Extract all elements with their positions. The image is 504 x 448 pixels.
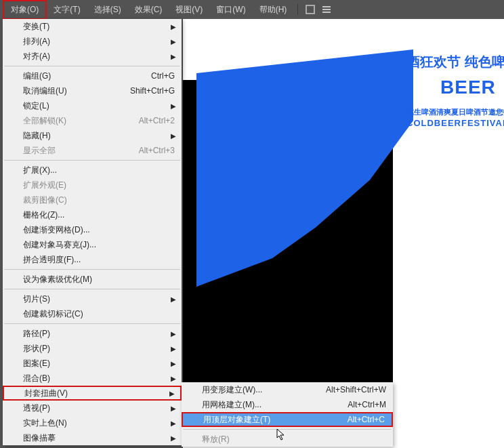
- menu-item-label: 变换(T): [23, 21, 175, 33]
- submenu-item-shortcut: Alt+Ctrl+M: [318, 400, 386, 409]
- menu-item: 全部解锁(K)Alt+Ctrl+2: [3, 113, 182, 128]
- menu-item[interactable]: 切片(S)▶: [3, 291, 182, 306]
- menu-item[interactable]: 设为像素级优化(M): [3, 272, 182, 287]
- submenu-item-shortcut: Alt+Ctrl+C: [317, 415, 385, 424]
- submenu-arrow-icon: ▶: [171, 405, 176, 412]
- menu-item[interactable]: 实时上色(N)▶: [3, 415, 182, 430]
- menu-item-label: 创建裁切标记(C): [23, 308, 175, 320]
- submenu-arrow-icon: ▶: [171, 434, 176, 442]
- artwork-text: 纯生啤酒清爽夏日啤酒节邀您畅饮: [406, 107, 504, 117]
- menu-select[interactable]: 选择(S): [87, 1, 128, 18]
- menu-item-label: 图案(E): [23, 358, 175, 369]
- menu-item: 裁剪图像(C): [3, 192, 182, 207]
- menu-item[interactable]: 排列(A)▶: [3, 34, 182, 49]
- submenu-arrow-icon: ▶: [171, 38, 176, 45]
- menu-divider: [4, 160, 180, 161]
- submenu-arrow-icon: ▶: [171, 53, 176, 60]
- submenu-item[interactable]: 用网格建立(M)...Alt+Ctrl+M: [182, 397, 393, 412]
- menu-item[interactable]: 创建渐变网格(D)...: [3, 222, 182, 237]
- artwork-text: BEER: [440, 77, 496, 98]
- menu-item-label: 创建对象马赛克(J)...: [23, 239, 175, 251]
- menu-item-label: 路径(P): [23, 328, 175, 340]
- menu-item-label: 取消编组(U): [23, 85, 80, 97]
- tool-rect-icon[interactable]: [305, 4, 316, 15]
- menu-divider: [4, 66, 180, 66]
- menu-divider: [4, 323, 180, 324]
- submenu-arrow-icon: ▶: [169, 390, 175, 397]
- menu-item[interactable]: 形状(P)▶: [3, 341, 182, 356]
- submenu-arrow-icon: ▶: [171, 23, 176, 30]
- menu-item-label: 设为像素级优化(M): [23, 274, 175, 285]
- submenu-item-label: 用变形建立(W)...: [202, 384, 291, 396]
- menubar: 对象(O) 文字(T) 选择(S) 效果(C) 视图(V) 窗口(W) 帮助(H…: [0, 0, 504, 19]
- object-menu-dropdown: 变换(T)▶排列(A)▶对齐(A)▶编组(G)Ctrl+G取消编组(U)Shif…: [3, 19, 182, 445]
- menu-divider: [183, 429, 392, 430]
- submenu-item[interactable]: 用变形建立(W)...Alt+Shift+Ctrl+W: [182, 382, 393, 397]
- submenu-arrow-icon: ▶: [171, 420, 176, 427]
- menu-item[interactable]: 变换(T)▶: [3, 19, 182, 34]
- menu-window[interactable]: 窗口(W): [209, 1, 252, 18]
- menu-item[interactable]: 拼合透明度(F)...: [3, 252, 182, 267]
- menu-item[interactable]: 混合(B)▶: [3, 371, 182, 386]
- menu-help[interactable]: 帮助(H): [253, 1, 294, 18]
- menu-item-label: 封套扭曲(V): [24, 388, 173, 399]
- menu-item-label: 显示全部: [23, 145, 80, 157]
- svg-rect-0: [306, 5, 314, 14]
- submenu-arrow-icon: ▶: [171, 296, 176, 303]
- menu-divider: [4, 269, 180, 270]
- cursor-icon: [276, 428, 286, 441]
- submenu-item-label: 用网格建立(M)...: [202, 399, 291, 411]
- submenu-item[interactable]: 用顶层对象建立(T)Alt+Ctrl+C: [182, 412, 393, 427]
- menu-item-label: 实时上色(N): [23, 418, 175, 429]
- menu-item[interactable]: 创建对象马赛克(J)...: [3, 237, 182, 252]
- svg-rect-1: [322, 6, 331, 7]
- svg-rect-3: [322, 12, 331, 13]
- menu-effect[interactable]: 效果(C): [128, 1, 169, 18]
- menu-item-label: 透视(P): [23, 403, 175, 414]
- menu-item[interactable]: 图案(E)▶: [3, 356, 182, 371]
- menu-divider: [4, 289, 180, 289]
- tool-bars-icon[interactable]: [321, 4, 332, 15]
- menu-item-label: 创建渐变网格(D)...: [23, 224, 175, 236]
- submenu-arrow-icon: ▶: [171, 330, 176, 338]
- submenu-arrow-icon: ▶: [171, 345, 176, 352]
- menu-item[interactable]: 锁定(L)▶: [3, 98, 182, 113]
- menu-item-label: 全部解锁(K): [23, 115, 80, 127]
- menu-item[interactable]: 创建裁切标记(C): [3, 306, 182, 321]
- menu-item[interactable]: 对齐(A)▶: [3, 49, 182, 64]
- menu-item[interactable]: 扩展(X)...: [3, 163, 182, 178]
- menu-item[interactable]: 图像描摹▶: [3, 430, 182, 445]
- menu-item[interactable]: 路径(P)▶: [3, 326, 182, 341]
- menu-item-label: 隐藏(H): [23, 130, 175, 142]
- menu-item[interactable]: 取消编组(U)Shift+Ctrl+G: [3, 83, 182, 98]
- menu-item: 扩展外观(E): [3, 178, 182, 192]
- menu-item[interactable]: 透视(P)▶: [3, 401, 182, 415]
- menu-item-label: 裁剪图像(C): [23, 195, 175, 206]
- menu-item-label: 混合(B): [23, 373, 175, 384]
- menu-view[interactable]: 视图(V): [169, 1, 209, 18]
- menu-item-label: 扩展外观(E): [23, 180, 175, 191]
- menu-item-label: 栅格化(Z)...: [23, 209, 175, 221]
- artwork-text: COLDBEERFESTIVAL: [406, 118, 504, 128]
- menu-object[interactable]: 对象(O): [3, 0, 47, 20]
- submenu-item-label: 用顶层对象建立(T): [203, 414, 290, 426]
- menu-item-label: 切片(S): [23, 293, 175, 305]
- menu-item[interactable]: 编组(G)Ctrl+G: [3, 68, 182, 83]
- submenu-item-label: 释放(R): [202, 434, 386, 445]
- menu-type[interactable]: 文字(T): [47, 1, 87, 18]
- submenu-item: 释放(R): [182, 432, 393, 447]
- submenu-arrow-icon: ▶: [171, 132, 176, 140]
- menu-item-label: 编组(G): [23, 70, 80, 82]
- submenu-arrow-icon: ▶: [171, 102, 176, 110]
- artwork-text: 啤酒狂欢节 纯色啤酒夏日狂欢: [393, 53, 504, 71]
- submenu-arrow-icon: ▶: [171, 375, 176, 382]
- menu-item[interactable]: 封套扭曲(V)▶: [3, 386, 182, 401]
- menu-item-label: 形状(P): [23, 343, 175, 354]
- menu-item-shortcut: Alt+Ctrl+2: [107, 116, 175, 125]
- menu-item[interactable]: 栅格化(Z)...: [3, 207, 182, 222]
- menu-item-label: 扩展(X)...: [23, 165, 175, 176]
- menu-item-label: 拼合透明度(F)...: [23, 254, 175, 266]
- menu-item[interactable]: 隐藏(H)▶: [3, 128, 182, 143]
- menu-item-label: 排列(A): [23, 36, 175, 47]
- menu-item: 显示全部Alt+Ctrl+3: [3, 143, 182, 158]
